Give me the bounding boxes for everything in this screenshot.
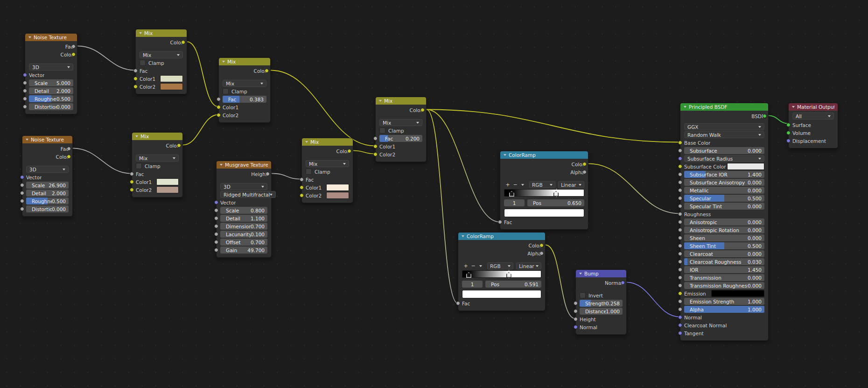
input-socket-color2[interactable] bbox=[373, 152, 378, 156]
input-socket-specular-tint[interactable] bbox=[678, 204, 682, 208]
blend-type-dropdown[interactable]: Mix bbox=[140, 51, 183, 58]
node-header[interactable]: Mix bbox=[219, 58, 270, 65]
input-socket-fac[interactable] bbox=[498, 220, 502, 224]
subsurface-radius-dropdown[interactable]: Subsurface Radius bbox=[684, 155, 764, 162]
node-colorramp-2[interactable]: ColorRamp Color Alpha + − RGB Linear 1 P… bbox=[458, 232, 546, 311]
strength-slider[interactable]: Strength0.258 bbox=[580, 300, 623, 307]
node-noise-texture-1[interactable]: Noise Texture Fac Color 3D Vector Scale5… bbox=[25, 33, 77, 114]
node-header[interactable]: Bump bbox=[576, 270, 626, 277]
remove-stop-button[interactable]: − bbox=[469, 262, 477, 269]
node-noise-texture-2[interactable]: Noise Texture Fac Color 3D Vector Scale2… bbox=[22, 135, 73, 217]
output-socket-color[interactable] bbox=[177, 143, 181, 148]
invert-checkbox[interactable] bbox=[580, 292, 586, 298]
node-header[interactable]: Noise Texture bbox=[22, 136, 72, 143]
input-socket-color1[interactable] bbox=[300, 185, 304, 190]
stop-index-field[interactable]: 1 bbox=[504, 199, 525, 206]
input-socket-color1[interactable] bbox=[217, 105, 221, 109]
input-socket-vector[interactable] bbox=[23, 73, 27, 77]
input-socket-color1[interactable] bbox=[130, 180, 134, 184]
input-socket-surface[interactable] bbox=[786, 123, 791, 127]
ior-slider[interactable]: IOR1.450 bbox=[684, 266, 764, 273]
transmission-slider[interactable]: Transmission0.000 bbox=[684, 274, 764, 281]
node-mix-1[interactable]: Mix Color Mix Clamp Fac Color1 Color2 bbox=[135, 29, 187, 94]
input-socket-roughness[interactable] bbox=[20, 199, 24, 203]
ramp-stop-handle-selected[interactable] bbox=[553, 191, 559, 197]
input-socket-roughness[interactable] bbox=[678, 212, 682, 216]
collapse-icon[interactable] bbox=[135, 135, 138, 137]
input-socket-fac[interactable] bbox=[130, 172, 134, 176]
input-socket-subsurface-ior[interactable] bbox=[678, 172, 682, 176]
anisotropic-slider[interactable]: Anisotropic0.000 bbox=[684, 219, 764, 226]
output-socket-color[interactable] bbox=[181, 40, 185, 44]
color-mode-dropdown[interactable]: RGB bbox=[529, 181, 555, 188]
input-socket-color1[interactable] bbox=[373, 144, 378, 148]
input-socket-subsurface[interactable] bbox=[678, 148, 682, 153]
color1-swatch[interactable] bbox=[160, 75, 183, 82]
collapse-icon[interactable] bbox=[579, 273, 582, 275]
node-editor-canvas[interactable]: Noise Texture Fac Color 3D Vector Scale5… bbox=[0, 0, 868, 388]
subsurface-slider[interactable]: Subsurface0.000 bbox=[684, 147, 764, 154]
sheen-slider[interactable]: Sheen0.000 bbox=[684, 234, 764, 241]
color1-swatch[interactable] bbox=[326, 184, 349, 191]
input-socket-transmission[interactable] bbox=[678, 275, 682, 280]
input-socket-alpha[interactable] bbox=[678, 307, 682, 311]
clearcoat-roughness-slider[interactable]: Clearcoat Roughness0.030 bbox=[684, 258, 764, 265]
node-header[interactable]: Musgrave Texture bbox=[217, 161, 271, 169]
input-socket-volume[interactable] bbox=[786, 131, 791, 135]
input-socket-color2[interactable] bbox=[130, 188, 134, 192]
input-socket-clearcoat-roughness[interactable] bbox=[678, 260, 682, 264]
scale-slider[interactable]: Scale5.000 bbox=[29, 79, 73, 86]
collapse-icon[interactable] bbox=[305, 141, 308, 143]
scale-slider[interactable]: Scale0.800 bbox=[220, 207, 267, 214]
input-socket-subsurface-radius[interactable] bbox=[678, 156, 682, 161]
transmission-roughness-slider[interactable]: Transmission Roughness0.000 bbox=[684, 282, 764, 289]
colorramp-gradient-bar[interactable] bbox=[504, 189, 584, 197]
stop-position-slider[interactable]: Pos0.650 bbox=[527, 199, 584, 206]
node-header[interactable]: ColorRamp bbox=[458, 233, 545, 240]
remove-stop-button[interactable]: − bbox=[511, 181, 519, 188]
input-socket-detail[interactable] bbox=[23, 89, 27, 93]
node-header[interactable]: Material Output bbox=[789, 103, 838, 111]
add-stop-button[interactable]: + bbox=[504, 181, 511, 188]
output-socket-color[interactable] bbox=[265, 69, 269, 73]
input-socket-subsurface-anisotropy[interactable] bbox=[678, 180, 682, 184]
clamp-checkbox[interactable] bbox=[136, 163, 142, 169]
dimensions-dropdown[interactable]: 3D bbox=[220, 183, 267, 190]
offset-slider[interactable]: Offset0.700 bbox=[220, 239, 267, 246]
output-socket-alpha[interactable] bbox=[582, 170, 587, 174]
musgrave-type-dropdown[interactable]: Ridged Multifractal bbox=[220, 191, 276, 198]
subsurface-anisotropy-slider[interactable]: Subsurface Anisotropy0.000 bbox=[684, 179, 764, 186]
metallic-slider[interactable]: Metallic0.000 bbox=[684, 187, 764, 194]
input-socket-gain[interactable] bbox=[214, 248, 218, 252]
output-socket-alpha[interactable] bbox=[539, 251, 544, 255]
blend-type-dropdown[interactable]: Mix bbox=[379, 119, 422, 126]
color1-swatch[interactable] bbox=[156, 178, 179, 185]
node-header[interactable]: Mix bbox=[302, 138, 353, 146]
color2-swatch[interactable] bbox=[160, 83, 183, 90]
input-socket-metallic[interactable] bbox=[678, 188, 682, 192]
input-socket-detail[interactable] bbox=[214, 216, 218, 220]
input-socket-distortion[interactable] bbox=[23, 105, 27, 109]
stop-color-field[interactable] bbox=[504, 209, 584, 217]
target-dropdown[interactable]: All bbox=[792, 113, 834, 120]
input-socket-emission-strength[interactable] bbox=[678, 299, 682, 303]
input-socket-lacunarity[interactable] bbox=[214, 232, 218, 236]
dimensions-dropdown[interactable]: 3D bbox=[29, 63, 73, 71]
blend-type-dropdown[interactable]: Mix bbox=[306, 160, 349, 167]
input-socket-transmission-roughness[interactable] bbox=[678, 283, 682, 288]
output-socket-bsdf[interactable] bbox=[763, 114, 767, 118]
node-mix-2[interactable]: Mix Color Mix Clamp Fac0.383 Color1 Colo… bbox=[218, 57, 271, 123]
ramp-stop-handle[interactable] bbox=[466, 272, 471, 278]
collapse-icon[interactable] bbox=[462, 235, 464, 237]
input-socket-roughness[interactable] bbox=[23, 97, 27, 101]
input-socket-normal[interactable] bbox=[678, 315, 682, 319]
stop-position-slider[interactable]: Pos0.591 bbox=[485, 281, 541, 288]
node-header[interactable]: Mix bbox=[136, 29, 187, 37]
output-socket-height[interactable] bbox=[266, 172, 270, 176]
detail-slider[interactable]: Detail1.100 bbox=[220, 215, 267, 222]
output-socket-color[interactable] bbox=[420, 108, 425, 112]
sheen-tint-slider[interactable]: Sheen Tint0.500 bbox=[684, 242, 764, 249]
distortion-slider[interactable]: Distortion0.000 bbox=[29, 103, 73, 110]
collapse-icon[interactable] bbox=[220, 164, 223, 166]
node-bump[interactable]: Bump Normal Invert Strength0.258 Distanc… bbox=[575, 269, 627, 335]
